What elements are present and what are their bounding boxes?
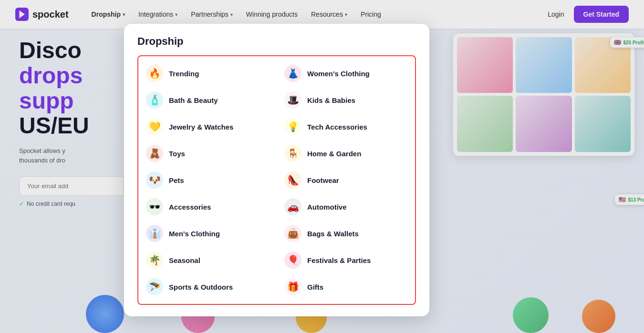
menu-item-toys[interactable]: 🧸 Toys bbox=[138, 140, 277, 167]
menu-label-mens-clothing: Men's Clothing bbox=[169, 230, 220, 238]
festivals-parties-icon: 🎈 bbox=[284, 252, 301, 269]
menu-label-footwear: Footwear bbox=[307, 176, 339, 184]
menu-label-festivals-parties: Festivals & Parties bbox=[307, 256, 371, 264]
dropdown-grid: 🔥 Trending 👗 Women's Clothing 🧴 Bath & B… bbox=[138, 60, 415, 300]
menu-item-trending[interactable]: 🔥 Trending bbox=[138, 60, 277, 87]
menu-item-womens-clothing[interactable]: 👗 Women's Clothing bbox=[277, 60, 415, 87]
bath-beauty-icon: 🧴 bbox=[146, 91, 163, 109]
jewelry-watches-icon: 💛 bbox=[146, 118, 163, 135]
menu-label-home-garden: Home & Garden bbox=[307, 150, 361, 158]
home-garden-icon: 🪑 bbox=[284, 145, 301, 162]
menu-item-mens-clothing[interactable]: 👔 Men's Clothing bbox=[138, 220, 277, 247]
kids-babies-icon: 🎩 bbox=[284, 91, 301, 109]
menu-label-bags-wallets: Bags & Wallets bbox=[307, 230, 359, 238]
menu-item-kids-babies[interactable]: 🎩 Kids & Babies bbox=[277, 87, 415, 113]
menu-label-bath-beauty: Bath & Beauty bbox=[169, 96, 218, 104]
menu-item-accessories[interactable]: 🕶️ Accessories bbox=[138, 193, 277, 220]
menu-item-pets[interactable]: 🐶 Pets bbox=[138, 167, 277, 193]
menu-label-accessories: Accessories bbox=[169, 203, 211, 211]
bags-wallets-icon: 👜 bbox=[284, 225, 301, 242]
menu-label-sports-outdoors: Sports & Outdoors bbox=[169, 283, 233, 291]
menu-item-automotive[interactable]: 🚗 Automotive bbox=[277, 193, 415, 220]
seasonal-icon: 🌴 bbox=[146, 252, 163, 269]
menu-label-pets: Pets bbox=[169, 176, 184, 184]
dropdown-title: Dropship bbox=[137, 35, 416, 48]
sports-outdoors-icon: 🪂 bbox=[146, 278, 163, 295]
automotive-icon: 🚗 bbox=[284, 198, 301, 215]
menu-label-gifts: Gifts bbox=[307, 283, 323, 291]
menu-item-gifts[interactable]: 🎁 Gifts bbox=[277, 273, 415, 300]
menu-item-tech-accessories[interactable]: 💡 Tech Accessories bbox=[277, 113, 415, 140]
menu-label-seasonal: Seasonal bbox=[169, 256, 200, 264]
gifts-icon: 🎁 bbox=[284, 278, 301, 295]
menu-item-sports-outdoors[interactable]: 🪂 Sports & Outdoors bbox=[138, 273, 277, 300]
dropship-dropdown: Dropship 🔥 Trending 👗 Women's Clothing 🧴… bbox=[124, 24, 429, 316]
menu-item-festivals-parties[interactable]: 🎈 Festivals & Parties bbox=[277, 247, 415, 273]
footwear-icon: 👠 bbox=[284, 172, 301, 189]
menu-label-kids-babies: Kids & Babies bbox=[307, 96, 355, 104]
menu-label-trending: Trending bbox=[169, 70, 199, 78]
womens-clothing-icon: 👗 bbox=[284, 65, 301, 82]
menu-item-bags-wallets[interactable]: 👜 Bags & Wallets bbox=[277, 220, 415, 247]
menu-label-tech-accessories: Tech Accessories bbox=[307, 123, 367, 131]
menu-label-womens-clothing: Women's Clothing bbox=[307, 70, 370, 78]
menu-item-home-garden[interactable]: 🪑 Home & Garden bbox=[277, 140, 415, 167]
menu-item-seasonal[interactable]: 🌴 Seasonal bbox=[138, 247, 277, 273]
pets-icon: 🐶 bbox=[146, 172, 163, 189]
menu-item-footwear[interactable]: 👠 Footwear bbox=[277, 167, 415, 193]
menu-label-jewelry-watches: Jewelry & Watches bbox=[169, 123, 233, 131]
dropdown-grid-wrapper: 🔥 Trending 👗 Women's Clothing 🧴 Bath & B… bbox=[137, 55, 416, 305]
menu-item-bath-beauty[interactable]: 🧴 Bath & Beauty bbox=[138, 87, 277, 113]
toys-icon: 🧸 bbox=[146, 145, 163, 162]
menu-item-jewelry-watches[interactable]: 💛 Jewelry & Watches bbox=[138, 113, 277, 140]
trending-icon: 🔥 bbox=[146, 65, 163, 82]
mens-clothing-icon: 👔 bbox=[146, 225, 163, 242]
menu-label-toys: Toys bbox=[169, 150, 185, 158]
menu-label-automotive: Automotive bbox=[307, 203, 347, 211]
tech-accessories-icon: 💡 bbox=[284, 118, 301, 135]
accessories-icon: 🕶️ bbox=[146, 198, 163, 215]
